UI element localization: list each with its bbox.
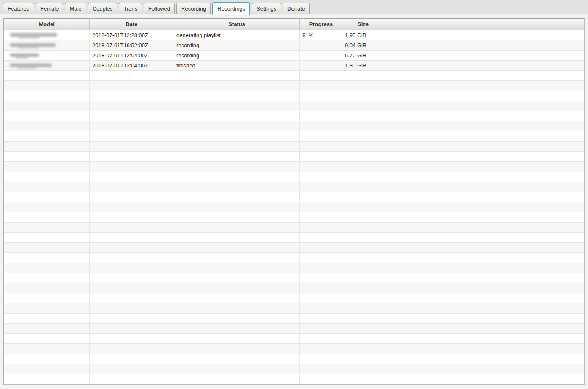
table-row-empty: [4, 152, 584, 162]
cell-progress: [300, 273, 342, 283]
cell-size: [342, 182, 384, 192]
table-row[interactable]: 2018-07-01T12:28:00Zgenerating playlist9…: [4, 30, 584, 40]
cell-status: [174, 162, 300, 172]
cell-model: [4, 152, 90, 161]
tab-bar: FeaturedFemaleMaleCouplesTransFollowedRe…: [0, 0, 588, 14]
tab-couples[interactable]: Couples: [88, 3, 118, 14]
tab-followed[interactable]: Followed: [144, 3, 175, 14]
cell-date: 2018-07-01T12:04:00Z: [90, 51, 174, 60]
tab-trans[interactable]: Trans: [119, 3, 142, 14]
cell-progress: [300, 263, 342, 273]
cell-status: [174, 131, 300, 141]
cell-filler: [384, 81, 584, 91]
cell-progress: [300, 192, 342, 202]
table-row[interactable]: 2018-07-01T12:04:00Zrecording5,70 GiB: [4, 51, 584, 61]
tab-label: Settings: [257, 5, 276, 12]
cell-progress: [300, 202, 342, 212]
column-header-progress[interactable]: Progress: [300, 19, 342, 30]
cell-status: [174, 243, 300, 252]
table-row-empty: [4, 293, 584, 303]
tab-donate[interactable]: Donate: [283, 3, 310, 14]
cell-size: [342, 314, 384, 323]
cell-status: [174, 233, 300, 242]
cell-size: [342, 303, 384, 313]
column-header-model[interactable]: Model: [4, 19, 90, 30]
cell-size: [342, 273, 384, 283]
cell-date: [90, 283, 174, 293]
column-header-date[interactable]: Date: [90, 19, 174, 30]
table-row-empty: [4, 202, 584, 212]
cell-size: [342, 142, 384, 151]
cell-filler: [384, 182, 584, 192]
cell-size: [342, 223, 384, 232]
cell-filler: [384, 172, 584, 182]
table-row[interactable]: 2018-07-01T12:04:00Zfinished1,80 GiB: [4, 61, 584, 71]
recordings-panel: ModelDateStatusProgressSize 2018-07-01T1…: [0, 14, 588, 389]
column-header-filler[interactable]: [384, 19, 584, 30]
cell-progress: [300, 111, 342, 121]
cell-date: [90, 293, 174, 303]
cell-size: 5,70 GiB: [342, 51, 384, 60]
cell-model: [4, 40, 90, 50]
cell-status: [174, 263, 300, 273]
cell-status: [174, 314, 300, 323]
cell-progress: [300, 223, 342, 232]
table-row-empty: [4, 364, 584, 374]
cell-progress: [300, 344, 342, 354]
cell-model: [4, 374, 90, 384]
table-row-empty: [4, 263, 584, 273]
cell-date: [90, 354, 174, 364]
tab-recordings[interactable]: Recordings: [212, 2, 250, 15]
cell-status: [174, 303, 300, 313]
table-row-empty: [4, 131, 584, 142]
cell-progress: [300, 172, 342, 182]
cell-progress: [300, 142, 342, 151]
cell-filler: [384, 354, 584, 364]
cell-size: [342, 202, 384, 212]
cell-progress: [300, 324, 342, 333]
cell-filler: [384, 212, 584, 222]
table-row-empty: [4, 71, 584, 81]
redacted-model-name: [10, 43, 56, 47]
table-row-empty: [4, 192, 584, 202]
tab-label: Trans: [123, 5, 137, 12]
table-row[interactable]: 2018-07-01T16:52:00Zrecording0,04 GiB: [4, 40, 584, 51]
tab-female[interactable]: Female: [36, 3, 63, 14]
cell-date: [90, 81, 174, 91]
cell-filler: [384, 192, 584, 202]
cell-size: [342, 263, 384, 273]
cell-progress: [300, 374, 342, 384]
tab-recording[interactable]: Recording: [176, 3, 211, 14]
cell-progress: [300, 233, 342, 242]
cell-size: [342, 324, 384, 333]
cell-date: 2018-07-01T16:52:00Z: [90, 40, 174, 50]
cell-filler: [384, 374, 584, 384]
cell-date: [90, 142, 174, 151]
cell-status: [174, 374, 300, 384]
cell-date: [90, 344, 174, 354]
cell-date: [90, 212, 174, 222]
cell-filler: [384, 152, 584, 161]
table-row-empty: [4, 162, 584, 172]
cell-model: [4, 303, 90, 313]
cell-date: [90, 374, 174, 384]
cell-date: [90, 91, 174, 101]
cell-size: [342, 293, 384, 303]
cell-progress: [300, 182, 342, 192]
column-header-status[interactable]: Status: [174, 19, 300, 30]
cell-model: [4, 233, 90, 242]
cell-size: 1,80 GiB: [342, 61, 384, 70]
cell-model: [4, 253, 90, 263]
cell-date: 2018-07-01T12:28:00Z: [90, 30, 174, 40]
cell-model: [4, 91, 90, 101]
cell-progress: [300, 243, 342, 252]
cell-filler: [384, 91, 584, 101]
column-header-size[interactable]: Size: [342, 19, 384, 30]
cell-size: [342, 131, 384, 141]
cell-filler: [384, 162, 584, 172]
tab-featured[interactable]: Featured: [3, 3, 34, 14]
tab-label: Male: [69, 5, 81, 12]
cell-model: [4, 172, 90, 182]
tab-settings[interactable]: Settings: [252, 3, 281, 14]
tab-male[interactable]: Male: [65, 3, 86, 14]
